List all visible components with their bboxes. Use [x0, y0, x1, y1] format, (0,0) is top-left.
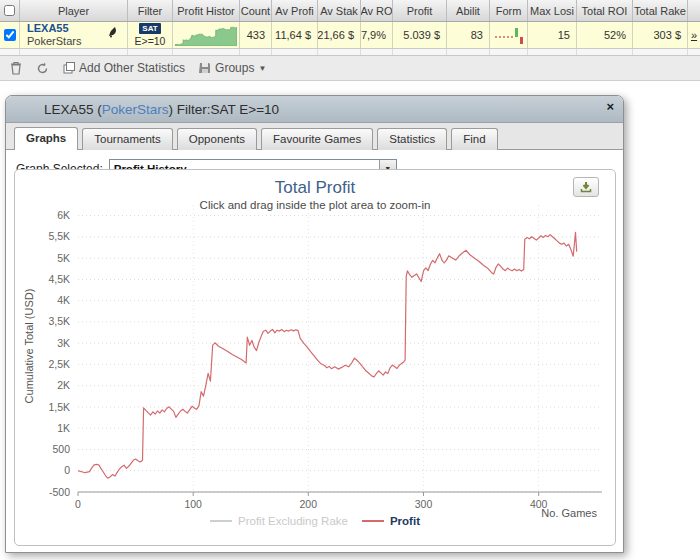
export-chart-button[interactable]: [573, 177, 599, 197]
y-axis-title: Cumulative Total (USD): [23, 276, 35, 416]
svg-text:2K: 2K: [57, 379, 70, 391]
tab-statistics[interactable]: Statistics: [377, 128, 447, 150]
col-header-total-roi[interactable]: Total ROI: [577, 0, 633, 21]
dialog-title-site: PokerStars: [102, 102, 169, 117]
svg-text:500: 500: [52, 443, 70, 455]
row-checkbox-cell[interactable]: [0, 22, 20, 48]
col-header-av-roi[interactable]: Av RO: [361, 0, 393, 21]
row-expand-link[interactable]: »: [688, 22, 700, 48]
col-header-total-rake[interactable]: Total Rake: [633, 0, 688, 21]
player-detail-dialog: LEXA55 (PokerStars) Filter:SAT E>=10 × G…: [5, 95, 624, 553]
delete-button[interactable]: [10, 61, 22, 75]
tab-opponents[interactable]: Opponents: [177, 128, 257, 150]
tab-find[interactable]: Find: [451, 128, 497, 150]
chevron-down-icon: ▼: [258, 64, 266, 73]
col-header-max-losing[interactable]: Max Losi: [528, 0, 577, 21]
legend-item-profit-excluding-rake[interactable]: Profit Excluding Rake: [210, 515, 348, 527]
groups-icon: [199, 62, 211, 74]
dialog-title: LEXA55 (PokerStars) Filter:SAT E>=10: [44, 102, 279, 117]
add-other-statistics-button[interactable]: Add Other Statistics: [63, 61, 185, 75]
svg-text:2,5K: 2,5K: [48, 358, 70, 370]
form-sparkline-svg: [493, 25, 525, 45]
close-icon[interactable]: ×: [606, 100, 614, 113]
col-header-player[interactable]: Player: [20, 0, 128, 21]
col-header-filter[interactable]: Filter: [128, 0, 173, 21]
svg-text:3K: 3K: [57, 337, 70, 349]
col-header-av-profit[interactable]: Av Profi: [272, 0, 318, 21]
col-header-form[interactable]: Form: [490, 0, 528, 21]
svg-text:100: 100: [184, 498, 202, 510]
av-profit-cell: 11,64 $: [272, 22, 318, 48]
shark-icon: [107, 26, 119, 40]
chart-panel: -50005001K1,5K2K2,5K3K3,5K4K4,5K5K5,5K6K…: [14, 169, 616, 546]
form-sparkline: [490, 22, 528, 48]
table-header-row: Player Filter Profit Histor Count Av Pro…: [0, 0, 700, 22]
player-cell: LEXA55 PokerStars: [20, 22, 128, 48]
col-header-ability[interactable]: Abilit: [447, 0, 490, 21]
svg-text:4,5K: 4,5K: [48, 273, 70, 285]
tab-tournaments[interactable]: Tournaments: [82, 128, 172, 150]
total-roi-cell: 52%: [577, 22, 633, 48]
download-icon: [580, 181, 592, 193]
legend-swatch-gray: [210, 520, 232, 522]
svg-text:5,5K: 5,5K: [48, 230, 70, 242]
profit-cell: 5.039 $: [393, 22, 447, 48]
ability-cell: 83: [447, 22, 490, 48]
chart-title: Total Profit: [15, 178, 615, 198]
table-row[interactable]: LEXA55 PokerStars SAT E>=10 433 11,64 $ …: [0, 22, 700, 49]
add-statistics-icon: [63, 62, 75, 74]
row-checkbox[interactable]: [4, 29, 16, 41]
svg-text:4K: 4K: [57, 294, 70, 306]
svg-text:0: 0: [75, 498, 81, 510]
svg-text:-500: -500: [49, 486, 70, 498]
max-losing-cell: 15: [528, 22, 577, 48]
col-header-count[interactable]: Count: [240, 0, 272, 21]
refresh-icon[interactable]: [36, 62, 49, 75]
col-header-av-stake[interactable]: Av Stak: [318, 0, 361, 21]
legend-item-profit[interactable]: Profit: [362, 515, 420, 527]
sparkline-svg: [175, 25, 237, 46]
profit-history-sparkline: [173, 22, 240, 48]
tab-graphs[interactable]: Graphs: [14, 127, 78, 150]
select-all-checkbox[interactable]: [4, 5, 15, 16]
select-all-checkbox-cell[interactable]: [0, 0, 20, 21]
svg-text:200: 200: [300, 498, 318, 510]
svg-text:300: 300: [415, 498, 433, 510]
total-rake-cell: 303 $: [633, 22, 688, 48]
sat-badge: SAT: [139, 23, 160, 34]
col-header-profit[interactable]: Profit: [393, 0, 447, 21]
svg-text:1K: 1K: [57, 422, 70, 434]
chart-legend: Profit Excluding Rake Profit: [15, 515, 615, 527]
av-stake-cell: 21,66 $: [318, 22, 361, 48]
dialog-titlebar[interactable]: LEXA55 (PokerStars) Filter:SAT E>=10 ×: [6, 96, 623, 123]
player-name[interactable]: LEXA55: [27, 23, 69, 34]
col-header-more: [688, 0, 700, 21]
svg-text:1,5K: 1,5K: [48, 401, 70, 413]
groups-dropdown-button[interactable]: Groups ▼: [199, 61, 266, 75]
legend-swatch-red: [362, 520, 384, 522]
dialog-tabbar: Graphs Tournaments Opponents Favourite G…: [6, 123, 623, 150]
table-toolbar: Add Other Statistics Groups ▼: [0, 55, 700, 81]
tab-favourite-games[interactable]: Favourite Games: [261, 128, 373, 150]
player-stats-table: Player Filter Profit Histor Count Av Pro…: [0, 0, 700, 55]
col-header-profit-history[interactable]: Profit Histor: [173, 0, 240, 21]
filter-value: E>=10: [135, 35, 166, 47]
filter-cell: SAT E>=10: [128, 22, 173, 48]
count-cell: 433: [240, 22, 272, 48]
chart-plot-area[interactable]: [78, 205, 602, 492]
svg-text:0: 0: [64, 464, 70, 476]
chart-subtitle: Click and drag inside the plot area to z…: [15, 199, 615, 211]
svg-text:5K: 5K: [57, 252, 70, 264]
av-roi-cell: 67,9%: [361, 22, 393, 48]
player-site: PokerStars: [27, 36, 81, 47]
svg-text:3,5K: 3,5K: [48, 315, 70, 327]
